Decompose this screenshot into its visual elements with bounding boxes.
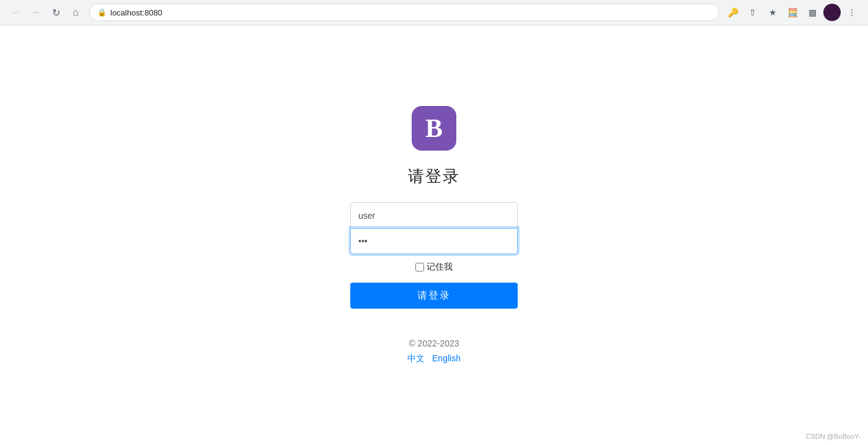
address-bar[interactable]: 🔒 localhost:8080 bbox=[89, 4, 719, 21]
page-content: B 请登录 记住我 请登录 © 2022-2023 中文 English bbox=[0, 25, 868, 445]
login-button[interactable]: 请登录 bbox=[350, 283, 518, 309]
bookmark-icon[interactable]: ★ bbox=[764, 4, 781, 21]
browser-actions: 🔑 ⇧ ★ 🧮 ▩ ⋮ bbox=[724, 4, 861, 21]
login-form bbox=[350, 202, 518, 254]
extensions-icon[interactable]: 🧮 bbox=[784, 4, 801, 21]
key-icon[interactable]: 🔑 bbox=[724, 4, 742, 21]
layout-icon[interactable]: ▩ bbox=[804, 4, 821, 21]
username-input[interactable] bbox=[350, 202, 518, 228]
english-language-link[interactable]: English bbox=[432, 353, 461, 364]
nav-buttons: ← → ↻ ⌂ bbox=[7, 4, 84, 21]
home-button[interactable]: ⌂ bbox=[67, 4, 84, 21]
remember-me-text: 记住我 bbox=[427, 262, 453, 273]
share-icon[interactable]: ⇧ bbox=[744, 4, 761, 21]
page-title: 请登录 bbox=[408, 165, 460, 187]
login-container: B 请登录 记住我 请登录 © 2022-2023 中文 English bbox=[310, 106, 558, 364]
profile-button[interactable] bbox=[823, 4, 841, 21]
language-links: 中文 English bbox=[407, 353, 461, 364]
back-button[interactable]: ← bbox=[7, 4, 25, 21]
remember-checkbox[interactable] bbox=[415, 263, 424, 271]
menu-icon[interactable]: ⋮ bbox=[843, 4, 861, 21]
footer-section: © 2022-2023 中文 English bbox=[407, 338, 461, 364]
copyright-text: © 2022-2023 bbox=[409, 338, 459, 348]
browser-chrome: ← → ↻ ⌂ 🔒 localhost:8080 🔑 ⇧ ★ 🧮 ▩ ⋮ bbox=[0, 0, 868, 25]
lock-icon: 🔒 bbox=[97, 8, 107, 17]
url-text: localhost:8080 bbox=[110, 8, 162, 17]
forward-button[interactable]: → bbox=[27, 4, 45, 21]
remember-me-label[interactable]: 记住我 bbox=[415, 262, 453, 273]
chinese-language-link[interactable]: 中文 bbox=[407, 353, 425, 364]
browser-toolbar: ← → ↻ ⌂ 🔒 localhost:8080 🔑 ⇧ ★ 🧮 ▩ ⋮ bbox=[0, 0, 868, 25]
brand-letter: B bbox=[425, 115, 443, 141]
watermark: CSDN @BoBooY- bbox=[806, 433, 861, 440]
reload-button[interactable]: ↻ bbox=[47, 4, 64, 21]
password-input[interactable] bbox=[350, 228, 518, 254]
brand-logo: B bbox=[412, 106, 456, 151]
